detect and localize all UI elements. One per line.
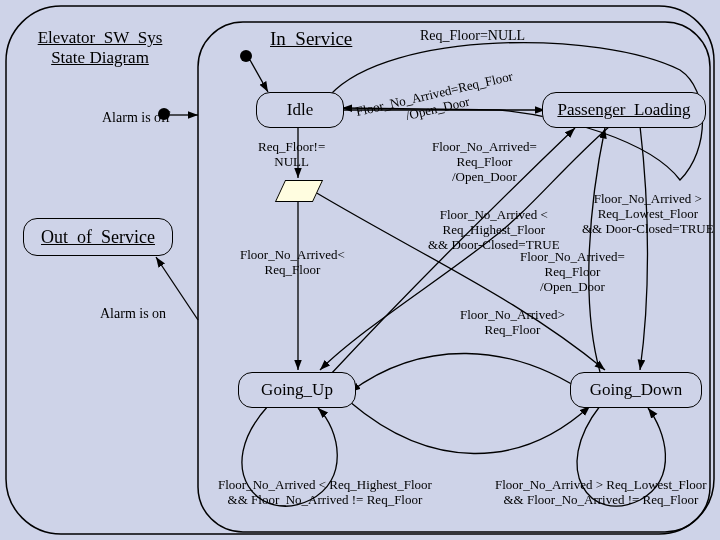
state-out-of-service: Out_of_Service xyxy=(23,218,173,256)
trans-down-self: Floor_No_Arrived > Req_Lowest_Floor && F… xyxy=(495,478,707,508)
trans-up-self: Floor_No_Arrived < Req_Highest_Floor && … xyxy=(218,478,432,508)
state-going-up: Going_Up xyxy=(238,372,356,408)
trans-lt-highest-closed: Floor_No_Arrived < Req_Highest_Floor && … xyxy=(428,208,560,253)
trans-arrived-eq-open-c: Floor_No_Arrived= Req_Floor /Open_Door xyxy=(520,250,625,295)
alarm-on-label: Alarm is on xyxy=(100,306,166,323)
state-passenger-loading: Passenger_Loading xyxy=(542,92,706,128)
svg-line-3 xyxy=(250,60,268,92)
title-line2: State Diagram xyxy=(51,48,149,67)
trans-arrived-gt: Floor_No_Arrived> Req_Floor xyxy=(460,308,565,338)
diagram-title: Elevator_SW_Sys State Diagram xyxy=(20,28,180,68)
state-idle: Idle xyxy=(256,92,344,128)
title-line1: Elevator_SW_Sys xyxy=(38,28,163,47)
initial-dot-inner xyxy=(240,50,252,62)
trans-arrived-eq-open-b: Floor_No_Arrived= Req_Floor /Open_Door xyxy=(432,140,537,185)
in-service-label: In_Service xyxy=(270,28,352,51)
alarm-off-label: Alarm is off xyxy=(102,110,170,127)
trans-req-not-null: Req_Floor!= NULL xyxy=(258,140,325,170)
state-diagram: Elevator_SW_Sys State Diagram Alarm is o… xyxy=(0,0,720,540)
trans-gt-lowest-closed: Floor_No_Arrived > Req_Lowest_Floor && D… xyxy=(582,192,714,237)
trans-arrived-lt: Floor_No_Arrived< Req_Floor xyxy=(240,248,345,278)
trans-req-null: Req_Floor=NULL xyxy=(420,28,525,45)
state-going-down: Going_Down xyxy=(570,372,702,408)
